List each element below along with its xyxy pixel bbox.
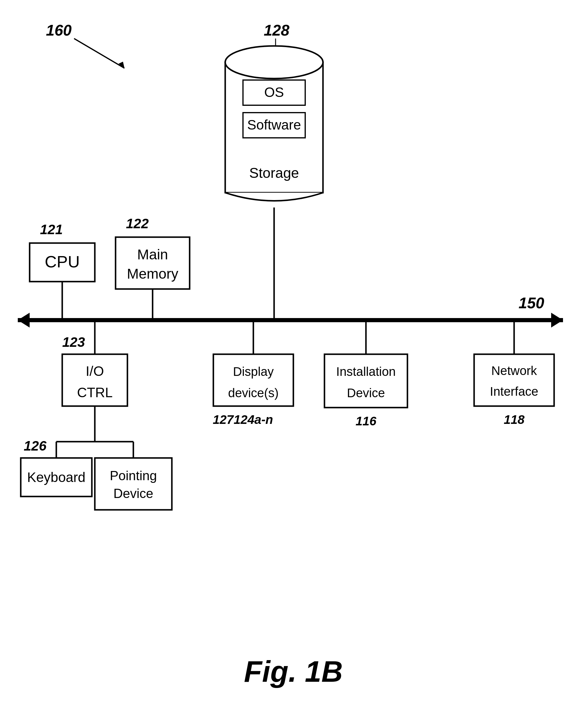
ref-127: 127 — [213, 413, 234, 427]
main-memory-label2: Memory — [127, 266, 178, 281]
storage-label: Storage — [249, 165, 299, 181]
ref-122: 122 — [126, 216, 149, 231]
svg-marker-9 — [551, 313, 563, 327]
diagram-svg: 160 128 Storage OS Software 150 121 CPU … — [0, 0, 587, 728]
keyboard-label: Keyboard — [27, 470, 86, 485]
svg-point-4 — [225, 46, 323, 78]
ref-121: 121 — [40, 222, 63, 237]
installation-device-label2: Device — [347, 386, 385, 400]
pointing-device-label: Pointing — [110, 468, 157, 483]
ref-126: 126 — [24, 438, 47, 454]
installation-device-label: Installation — [336, 365, 396, 379]
io-ctrl-label2: CTRL — [77, 385, 113, 400]
ref-124: 124a-n — [234, 413, 273, 427]
svg-line-0 — [74, 39, 124, 68]
io-ctrl-label: I/O — [86, 363, 104, 379]
svg-rect-24 — [95, 458, 172, 510]
ref-160: 160 — [46, 22, 72, 39]
svg-marker-8 — [18, 313, 30, 327]
main-memory-label: Main — [137, 247, 168, 262]
ref-116: 116 — [356, 414, 377, 428]
os-label: OS — [264, 85, 284, 100]
figure-caption: Fig. 1B — [244, 655, 343, 688]
network-interface-label2: Interface — [490, 384, 538, 399]
software-label: Software — [247, 117, 301, 133]
cpu-label: CPU — [45, 252, 80, 271]
pointing-device-label2: Device — [114, 486, 154, 501]
ref-128: 128 — [264, 22, 289, 39]
ref-150: 150 — [519, 294, 544, 312]
ref-123: 123 — [62, 334, 85, 350]
display-device-label: Display — [233, 365, 274, 379]
display-device-label2: device(s) — [228, 386, 279, 400]
network-interface-label: Network — [491, 364, 537, 378]
ref-118: 118 — [504, 413, 525, 427]
